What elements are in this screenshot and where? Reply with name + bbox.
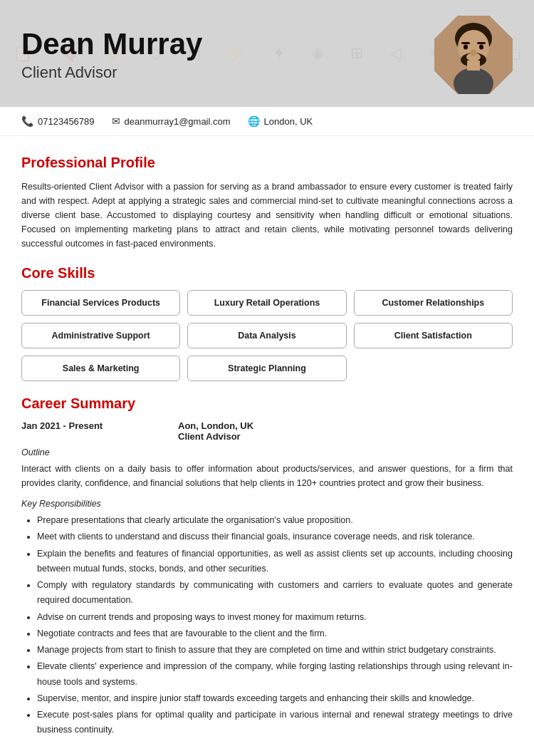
list-item: Supervise, mentor, and inspire junior st… (37, 691, 513, 706)
list-item: Explain the benefits and features of fin… (37, 547, 513, 577)
list-item: Advise on current trends and proposing w… (37, 610, 513, 625)
skill-sales-marketing: Sales & Marketing (21, 356, 180, 381)
header-text: Dean Murray Client Advisor (21, 28, 202, 82)
location-text: London, UK (264, 116, 313, 127)
outline-text: Interact with clients on a daily basis t… (21, 462, 513, 490)
list-item: Meet with clients to understand and disc… (37, 529, 513, 544)
skill-strategic-planning: Strategic Planning (187, 356, 346, 381)
skill-admin-support: Administrative Support (21, 323, 180, 348)
list-item: Execute post-sales plans for optimal qua… (37, 708, 513, 738)
job-company-title: Aon, London, UK Client Advisor (178, 420, 253, 442)
career-section-title: Career Summary (21, 395, 513, 412)
main-content: Professional Profile Results-oriented Cl… (0, 136, 534, 756)
profile-section-title: Professional Profile (21, 155, 513, 171)
contact-location: 🌐 London, UK (248, 115, 313, 127)
candidate-name: Dean Murray (21, 28, 202, 61)
svg-rect-11 (477, 42, 486, 44)
outline-label: Outline (21, 447, 513, 457)
skill-luxury-retail: Luxury Retail Operations (187, 290, 346, 316)
skill-customer-relationships: Customer Relationships (354, 290, 513, 316)
job-title: Client Advisor (178, 431, 253, 442)
responsibilities-label: Key Responsibilities (21, 499, 513, 509)
svg-point-9 (479, 45, 483, 50)
avatar-image (434, 16, 513, 94)
svg-point-8 (464, 45, 468, 50)
header-content: Dean Murray Client Advisor (21, 16, 513, 94)
email-address: deanmurray1@gmail.com (125, 116, 231, 127)
job-dates: Jan 2021 - Present (21, 420, 135, 442)
skills-section: Core Skills Financial Services Products … (21, 265, 513, 381)
avatar (434, 16, 513, 94)
phone-number: 07123456789 (38, 116, 95, 127)
candidate-title: Client Advisor (21, 63, 202, 82)
contact-bar: 📞 07123456789 ✉ deanmurray1@gmail.com 🌐 … (0, 107, 534, 136)
profile-text: Results-oriented Client Advisor with a p… (21, 180, 513, 251)
job-header: Jan 2021 - Present Aon, London, UK Clien… (21, 420, 513, 442)
header-section: 📋 🔖 ⚡ ◇ ◻ ⚡ ✦ ◈ ⊞ ◁ ☀ ⬡ ◻ Dean Murray Cl… (0, 0, 534, 107)
skills-grid: Financial Services Products Luxury Retai… (21, 290, 513, 381)
profile-section: Professional Profile Results-oriented Cl… (21, 155, 513, 251)
list-item: Manage projects from start to finish to … (37, 643, 513, 658)
svg-point-7 (471, 49, 476, 56)
list-item: Prepare presentations that clearly artic… (37, 513, 513, 528)
job-company: Aon, London, UK (178, 420, 253, 431)
phone-icon: 📞 (21, 115, 33, 127)
skill-client-satisfaction: Client Satisfaction (354, 323, 513, 348)
contact-phone: 📞 07123456789 (21, 115, 95, 127)
skill-data-analysis: Data Analysis (187, 323, 346, 348)
list-item: Comply with regulatory standards by comm… (37, 578, 513, 609)
email-icon: ✉ (112, 115, 120, 127)
list-item: Negotiate contracts and fees that are fa… (37, 626, 513, 641)
list-item: Elevate clients' experience and impressi… (37, 659, 513, 690)
svg-rect-6 (467, 61, 480, 71)
skill-financial-services: Financial Services Products (21, 290, 180, 316)
responsibilities-list: Prepare presentations that clearly artic… (21, 513, 513, 738)
career-section: Career Summary Jan 2021 - Present Aon, L… (21, 395, 513, 738)
skills-section-title: Core Skills (21, 265, 513, 281)
contact-email: ✉ deanmurray1@gmail.com (112, 115, 231, 127)
svg-rect-10 (461, 42, 470, 44)
location-icon: 🌐 (248, 115, 260, 127)
avatar-octagon (434, 16, 513, 94)
